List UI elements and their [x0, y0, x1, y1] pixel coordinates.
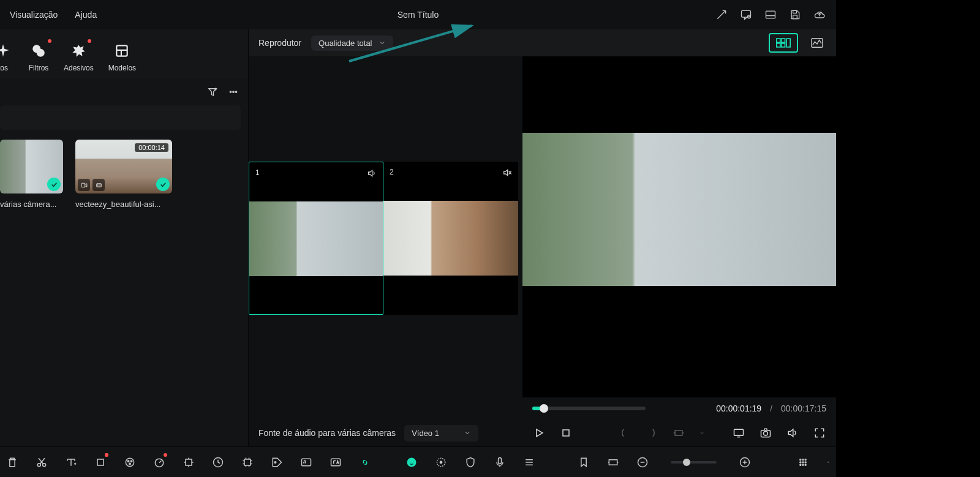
- transport-row: [522, 419, 836, 446]
- speaker-off-icon[interactable]: [502, 168, 512, 178]
- seek-thumb[interactable]: [540, 404, 548, 413]
- tab-adesivos[interactable]: Adesivos: [64, 40, 94, 72]
- ai-assistant-button[interactable]: [405, 455, 418, 470]
- mark-in-button[interactable]: [618, 426, 631, 440]
- share-icon[interactable]: [715, 8, 728, 21]
- seek-bar[interactable]: [532, 407, 646, 410]
- cam-tile-2[interactable]: 2: [383, 162, 518, 315]
- zoom-in-button[interactable]: [739, 455, 751, 470]
- scope-button[interactable]: [808, 35, 826, 51]
- subtitle-button[interactable]: [300, 455, 312, 470]
- multicam-grid: 1 2: [249, 56, 521, 419]
- program-monitor[interactable]: [522, 56, 836, 397]
- menubar: Visualização Ajuda Sem Título: [0, 0, 836, 29]
- svg-rect-2: [766, 11, 775, 18]
- speed-button[interactable]: [212, 455, 224, 470]
- text-button[interactable]: [65, 455, 77, 470]
- layout-icon[interactable]: [764, 8, 777, 21]
- filter-icon[interactable]: [205, 85, 220, 99]
- svg-point-31: [129, 463, 131, 465]
- marker-button[interactable]: [672, 426, 685, 440]
- display-button[interactable]: [732, 426, 745, 440]
- chevron-down-icon[interactable]: [699, 430, 705, 436]
- svg-point-8: [230, 91, 231, 92]
- media-panel: tos Filtros Adesivos Modelos: [0, 29, 248, 446]
- tab-effects[interactable]: tos: [0, 40, 13, 72]
- svg-point-6: [37, 48, 45, 56]
- time-total: 00:00:17:15: [781, 404, 826, 413]
- svg-point-29: [127, 460, 129, 462]
- menu-ajuda[interactable]: Ajuda: [75, 10, 97, 20]
- search-input[interactable]: [0, 105, 241, 130]
- cam-thumb: [249, 201, 383, 276]
- zoom-slider[interactable]: [671, 461, 717, 464]
- speaker-on-icon[interactable]: [367, 168, 377, 178]
- delete-button[interactable]: [6, 455, 18, 470]
- cam-number: 1: [255, 168, 260, 177]
- quality-dropdown[interactable]: Qualidade total: [311, 36, 393, 51]
- media-thumb[interactable]: 00:00:14: [75, 140, 172, 193]
- audio-source-label: Fonte de áudio para várias câmeras: [258, 428, 396, 438]
- svg-point-52: [802, 462, 804, 463]
- comment-icon[interactable]: [739, 8, 753, 21]
- audio-source-row: Fonte de áudio para várias câmeras Vídeo…: [249, 419, 522, 446]
- media-thumb[interactable]: [0, 140, 63, 193]
- more-icon[interactable]: [226, 85, 241, 99]
- svg-point-41: [412, 460, 414, 462]
- tab-filtros[interactable]: Filtros: [28, 40, 49, 72]
- track-button[interactable]: [241, 455, 254, 470]
- cam-number: 2: [390, 168, 394, 176]
- svg-point-30: [130, 460, 132, 462]
- speed-ai-button[interactable]: [153, 455, 165, 470]
- list-button[interactable]: [523, 455, 535, 470]
- svg-rect-27: [97, 459, 104, 465]
- tab-label: Modelos: [108, 64, 136, 72]
- color-button[interactable]: [124, 455, 136, 470]
- media-item[interactable]: várias câmera...: [0, 140, 63, 209]
- marker-add-button[interactable]: [578, 455, 590, 470]
- cam-tile-1[interactable]: 1: [249, 162, 383, 315]
- translate-button[interactable]: [330, 455, 342, 470]
- save-icon[interactable]: [788, 8, 802, 21]
- media-item[interactable]: 00:00:14 vecteezy_beautiful-asi...: [75, 140, 172, 209]
- crop-button[interactable]: [94, 455, 107, 470]
- svg-point-28: [126, 458, 134, 466]
- cloud-icon[interactable]: [813, 8, 826, 21]
- asset-tabs: tos Filtros Adesivos Modelos: [0, 29, 248, 78]
- chevron-down-icon: [464, 429, 471, 437]
- effects-button[interactable]: [435, 455, 447, 470]
- quality-value: Qualidade total: [318, 39, 372, 48]
- multicam-view-button[interactable]: [769, 33, 798, 53]
- shield-button[interactable]: [464, 455, 477, 470]
- svg-point-39: [407, 457, 417, 467]
- volume-button[interactable]: [786, 426, 799, 440]
- timeline-toolbar: [0, 446, 836, 477]
- tab-modelos[interactable]: Modelos: [108, 40, 136, 72]
- sticker-icon: [68, 40, 89, 61]
- mic-button[interactable]: [494, 455, 506, 470]
- chevron-down-icon[interactable]: [826, 459, 830, 465]
- link-button[interactable]: [359, 455, 371, 470]
- audio-source-value: Vídeo 1: [412, 429, 439, 438]
- zoom-out-button[interactable]: [636, 455, 649, 470]
- svg-rect-37: [302, 459, 311, 466]
- grid-view-button[interactable]: [797, 455, 809, 470]
- play-button[interactable]: [532, 426, 546, 440]
- tab-label: tos: [0, 64, 8, 72]
- mark-out-button[interactable]: [645, 426, 658, 440]
- svg-point-9: [233, 91, 234, 92]
- svg-rect-4: [793, 15, 797, 19]
- svg-rect-35: [244, 459, 251, 465]
- fit-button[interactable]: [607, 455, 619, 470]
- cut-button[interactable]: [36, 455, 48, 470]
- svg-rect-20: [563, 430, 569, 436]
- zoom-thumb[interactable]: [683, 459, 690, 466]
- stop-button[interactable]: [559, 426, 573, 440]
- keyframe-button[interactable]: [183, 455, 195, 470]
- fullscreen-button[interactable]: [813, 426, 826, 440]
- asset-toolbar: [0, 78, 248, 105]
- snapshot-button[interactable]: [759, 426, 772, 440]
- audio-source-dropdown[interactable]: Vídeo 1: [404, 425, 478, 441]
- menu-visualizacao[interactable]: Visualização: [10, 10, 58, 20]
- tag-button[interactable]: [271, 455, 283, 470]
